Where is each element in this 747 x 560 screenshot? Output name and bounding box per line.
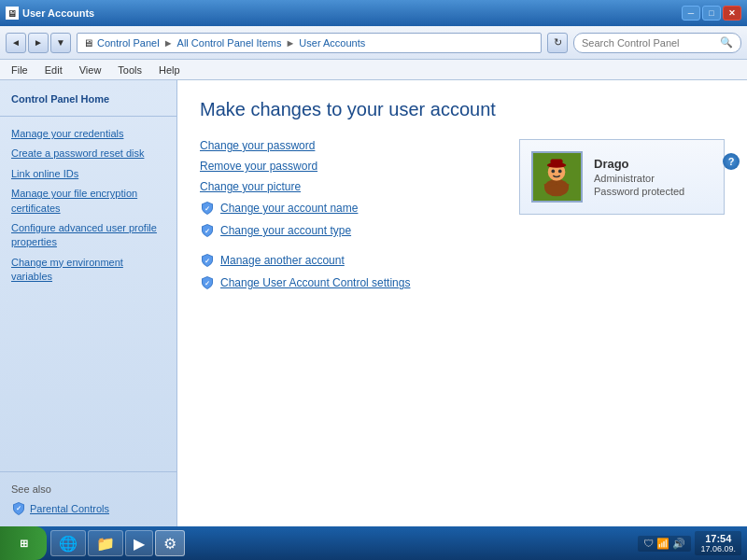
taskbar-items: 🌐 📁 ▶ ⚙ bbox=[47, 530, 632, 556]
change-picture-label: Change your picture bbox=[200, 180, 301, 193]
sidebar-item-manage-credentials[interactable]: Manage your credentials bbox=[0, 124, 176, 144]
sidebar-item-link-online-ids[interactable]: Link online IDs bbox=[0, 164, 176, 184]
sidebar: Control Panel Home Manage your credentia… bbox=[0, 80, 177, 526]
nav-buttons: ◄ ► ▼ bbox=[6, 33, 71, 53]
svg-text:✓: ✓ bbox=[204, 280, 210, 287]
svg-text:✓: ✓ bbox=[204, 258, 210, 264]
user-card: Drago Administrator Password protected bbox=[519, 139, 725, 215]
change-account-type-link[interactable]: ✓ Change your account type bbox=[200, 223, 491, 238]
path-all-items[interactable]: All Control Panel Items bbox=[177, 37, 282, 49]
change-picture-link[interactable]: Change your picture bbox=[200, 180, 491, 193]
remove-password-link[interactable]: Remove your password bbox=[200, 160, 491, 173]
user-role: Administrator bbox=[594, 173, 684, 184]
sidebar-divider-2 bbox=[0, 471, 176, 472]
start-button[interactable]: ⊞ bbox=[0, 526, 47, 560]
remove-password-label: Remove your password bbox=[200, 160, 317, 173]
shield-icon-account-name: ✓ bbox=[200, 201, 215, 216]
search-box[interactable]: 🔍 bbox=[573, 33, 741, 53]
sidebar-item-create-password-reset[interactable]: Create a password reset disk bbox=[0, 144, 176, 163]
sidebar-title[interactable]: Control Panel Home bbox=[0, 88, 176, 108]
user-info: Drago Administrator Password protected bbox=[594, 157, 684, 197]
manage-another-account-link[interactable]: ✓ Manage another account bbox=[200, 253, 491, 268]
change-account-name-link[interactable]: ✓ Change your account name bbox=[200, 201, 491, 216]
shield-icon-manage-account: ✓ bbox=[200, 253, 215, 268]
change-password-link[interactable]: Change your password bbox=[200, 139, 491, 152]
change-account-name-label: Change your account name bbox=[220, 202, 358, 215]
address-path[interactable]: 🖥 Control Panel ► All Control Panel Item… bbox=[77, 33, 542, 53]
search-icon[interactable]: 🔍 bbox=[720, 36, 733, 49]
change-uac-settings-label: Change User Account Control settings bbox=[220, 276, 410, 289]
tray-network-icon[interactable]: 📶 bbox=[656, 538, 669, 550]
recent-button[interactable]: ▼ bbox=[50, 33, 71, 53]
svg-point-8 bbox=[551, 170, 555, 174]
change-account-type-label: Change your account type bbox=[220, 224, 351, 237]
taskbar-ie[interactable]: 🌐 bbox=[50, 530, 86, 556]
user-name: Drago bbox=[594, 157, 684, 171]
taskbar-media[interactable]: ▶ bbox=[125, 530, 153, 556]
window-title: User Accounts bbox=[22, 7, 94, 19]
path-control-panel[interactable]: Control Panel bbox=[97, 37, 160, 49]
title-bar-left: 🖥 User Accounts bbox=[6, 7, 94, 20]
avatar-image bbox=[533, 151, 581, 203]
manage-another-account-label: Manage another account bbox=[220, 254, 345, 267]
taskbar: ⊞ 🌐 📁 ▶ ⚙ 🛡 📶 🔊 17:54 17.06.09. bbox=[0, 526, 747, 560]
menu-view[interactable]: View bbox=[72, 63, 109, 77]
sidebar-divider-1 bbox=[0, 116, 176, 117]
menu-help[interactable]: Help bbox=[151, 63, 188, 77]
tray-volume-icon[interactable]: 🔊 bbox=[672, 538, 685, 550]
svg-text:✓: ✓ bbox=[16, 505, 21, 511]
forward-button[interactable]: ► bbox=[28, 33, 49, 53]
clock[interactable]: 17:54 17.06.09. bbox=[695, 531, 741, 555]
svg-text:✓: ✓ bbox=[204, 205, 210, 212]
sidebar-item-parental-controls[interactable]: ✓ Parental Controls bbox=[0, 498, 176, 519]
clock-time: 17:54 bbox=[700, 533, 736, 544]
svg-text:✓: ✓ bbox=[204, 228, 210, 234]
search-input[interactable] bbox=[582, 37, 716, 49]
sys-tray: 🛡 📶 🔊 bbox=[638, 536, 691, 552]
menu-file[interactable]: File bbox=[4, 63, 35, 77]
tray-antivirus-icon[interactable]: 🛡 bbox=[643, 538, 654, 549]
menu-tools[interactable]: Tools bbox=[110, 63, 149, 77]
title-bar: 🖥 User Accounts ─ □ ✕ bbox=[0, 0, 747, 26]
main-window: 🖥 User Accounts ─ □ ✕ ◄ ► ▼ 🖥 Control Pa… bbox=[0, 0, 747, 560]
menu-bar: File Edit View Tools Help bbox=[0, 60, 747, 80]
shield-small-icon: ✓ bbox=[11, 501, 26, 516]
help-icon[interactable]: ? bbox=[723, 153, 740, 170]
path-icon: 🖥 bbox=[83, 37, 93, 49]
shield-icon-uac: ✓ bbox=[200, 275, 215, 290]
page-title: Make changes to your user account bbox=[200, 99, 725, 120]
maximize-button[interactable]: □ bbox=[702, 6, 721, 21]
svg-rect-11 bbox=[551, 159, 563, 165]
sidebar-item-configure-profile[interactable]: Configure advanced user profile properti… bbox=[0, 218, 176, 253]
taskbar-control-panel[interactable]: ⚙ bbox=[155, 530, 185, 556]
sidebar-item-manage-file-encryption[interactable]: Manage your file encryption certificates bbox=[0, 184, 176, 218]
user-avatar bbox=[531, 151, 583, 203]
menu-edit[interactable]: Edit bbox=[37, 63, 70, 77]
back-button[interactable]: ◄ bbox=[6, 33, 26, 53]
links-section: Change your password Remove your passwor… bbox=[200, 139, 491, 298]
user-status: Password protected bbox=[594, 186, 684, 197]
close-button[interactable]: ✕ bbox=[723, 6, 741, 21]
shield-icon-account-type: ✓ bbox=[200, 223, 215, 238]
clock-date: 17.06.09. bbox=[700, 544, 736, 553]
minimize-button[interactable]: ─ bbox=[682, 6, 700, 21]
taskbar-folder[interactable]: 📁 bbox=[88, 530, 123, 556]
main-content: Make changes to your user account Change… bbox=[177, 80, 747, 526]
change-uac-settings-link[interactable]: ✓ Change User Account Control settings bbox=[200, 275, 491, 290]
see-also-label: See also bbox=[0, 480, 176, 498]
content-wrapper: ? Control Panel Home Manage your credent… bbox=[0, 80, 747, 526]
content-grid: Change your password Remove your passwor… bbox=[200, 139, 725, 298]
window-icon: 🖥 bbox=[6, 7, 19, 20]
path-user-accounts[interactable]: User Accounts bbox=[299, 37, 365, 49]
start-icon: ⊞ bbox=[20, 538, 28, 550]
address-bar: ◄ ► ▼ 🖥 Control Panel ► All Control Pane… bbox=[0, 26, 747, 60]
taskbar-right: 🛡 📶 🔊 17:54 17.06.09. bbox=[632, 531, 747, 555]
change-password-label: Change your password bbox=[200, 139, 315, 152]
main-layout: Control Panel Home Manage your credentia… bbox=[0, 80, 747, 526]
title-bar-controls: ─ □ ✕ bbox=[682, 6, 741, 21]
svg-point-9 bbox=[558, 170, 562, 174]
refresh-button[interactable]: ↻ bbox=[547, 33, 568, 53]
svg-point-6 bbox=[544, 179, 569, 197]
sidebar-item-change-environment[interactable]: Change my environment variables bbox=[0, 253, 176, 287]
